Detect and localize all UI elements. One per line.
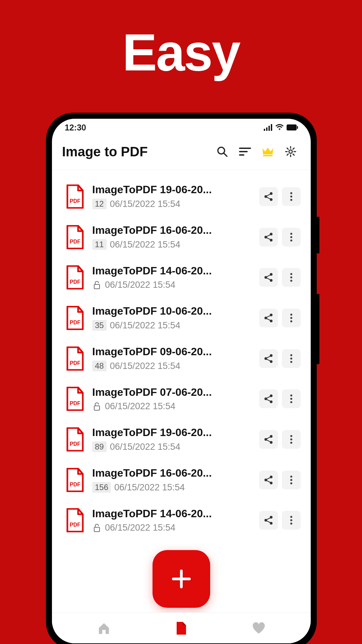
file-row[interactable]: PDF ImageToPDF 16-06-20... 11 06/15/2022… bbox=[52, 217, 311, 257]
status-icons bbox=[264, 124, 298, 131]
app-title: Image to PDF bbox=[62, 144, 209, 159]
svg-point-86 bbox=[290, 482, 292, 484]
share-button[interactable] bbox=[259, 309, 278, 327]
more-button[interactable] bbox=[282, 389, 301, 408]
more-button[interactable] bbox=[282, 228, 301, 247]
svg-point-40 bbox=[290, 280, 292, 282]
file-row[interactable]: PDF ImageToPDF 14-06-20... 06/15/2022 15… bbox=[52, 500, 311, 540]
svg-line-26 bbox=[267, 235, 270, 236]
file-date: 06/15/2022 15:54 bbox=[110, 239, 180, 250]
file-info: ImageToPDF 07-06-20... 06/15/2022 15:54 bbox=[92, 386, 252, 412]
svg-line-18 bbox=[267, 197, 270, 199]
svg-point-76 bbox=[290, 438, 292, 440]
file-row[interactable]: PDF ImageToPDF 19-06-20... 89 06/15/2022… bbox=[52, 419, 311, 460]
svg-line-7 bbox=[224, 153, 227, 156]
file-row[interactable]: PDF ImageToPDF 14-06-20... 06/15/2022 15… bbox=[52, 257, 311, 298]
file-actions bbox=[259, 349, 301, 368]
share-button[interactable] bbox=[259, 389, 278, 408]
svg-point-28 bbox=[290, 233, 292, 235]
more-button[interactable] bbox=[282, 349, 301, 368]
svg-point-84 bbox=[290, 476, 292, 478]
share-button[interactable] bbox=[259, 228, 278, 247]
svg-rect-1 bbox=[266, 127, 267, 131]
file-page-count: 12 bbox=[92, 199, 107, 209]
share-button[interactable] bbox=[259, 430, 278, 449]
svg-line-64 bbox=[267, 396, 270, 398]
plus-icon bbox=[168, 566, 195, 592]
nav-home[interactable] bbox=[94, 618, 114, 638]
file-actions bbox=[259, 187, 301, 206]
file-name: ImageToPDF 16-06-20... bbox=[92, 467, 252, 479]
sort-icon bbox=[239, 147, 251, 156]
phone-frame: 12:30 Image to PDF PDF I bbox=[46, 113, 317, 644]
share-button[interactable] bbox=[259, 511, 278, 530]
file-date: 06/15/2022 15:54 bbox=[114, 482, 185, 493]
pdf-file-icon: PDF bbox=[65, 346, 85, 371]
svg-line-54 bbox=[267, 356, 270, 358]
svg-line-46 bbox=[267, 319, 270, 320]
file-page-count: 156 bbox=[92, 482, 111, 493]
svg-line-55 bbox=[267, 359, 270, 361]
svg-line-45 bbox=[267, 316, 270, 317]
file-row[interactable]: PDF ImageToPDF 07-06-20... 06/15/2022 15… bbox=[52, 379, 311, 419]
file-row[interactable]: PDF ImageToPDF 19-06-20... 12 06/15/2022… bbox=[52, 176, 311, 217]
more-button[interactable] bbox=[282, 471, 301, 489]
file-name: ImageToPDF 14-06-20... bbox=[92, 265, 252, 277]
share-button[interactable] bbox=[259, 268, 278, 287]
pdf-file-icon: PDF bbox=[65, 468, 85, 492]
svg-line-92 bbox=[267, 518, 270, 520]
file-info: ImageToPDF 16-06-20... 11 06/15/2022 15:… bbox=[92, 224, 252, 250]
settings-button[interactable] bbox=[281, 142, 301, 162]
file-meta: 156 06/15/2022 15:54 bbox=[92, 482, 252, 493]
sort-button[interactable] bbox=[235, 142, 255, 162]
share-button[interactable] bbox=[259, 187, 278, 206]
file-info: ImageToPDF 19-06-20... 12 06/15/2022 15:… bbox=[92, 183, 252, 209]
share-button[interactable] bbox=[259, 471, 278, 489]
file-row[interactable]: PDF ImageToPDF 16-06-20... 156 06/15/202… bbox=[52, 460, 311, 500]
svg-point-75 bbox=[290, 435, 292, 437]
svg-point-96 bbox=[290, 523, 292, 525]
svg-point-38 bbox=[290, 273, 292, 275]
file-meta: 11 06/15/2022 15:54 bbox=[92, 239, 252, 250]
pdf-file-icon: PDF bbox=[65, 508, 85, 532]
svg-text:PDF: PDF bbox=[70, 198, 80, 204]
more-button[interactable] bbox=[282, 187, 301, 206]
file-date: 06/15/2022 15:54 bbox=[105, 280, 175, 290]
search-button[interactable] bbox=[212, 142, 232, 162]
file-info: ImageToPDF 09-06-20... 48 06/15/2022 15:… bbox=[92, 345, 252, 371]
pdf-file-icon: PDF bbox=[65, 265, 85, 289]
more-button[interactable] bbox=[282, 511, 301, 530]
svg-point-49 bbox=[290, 320, 292, 322]
heart-icon bbox=[251, 622, 266, 635]
svg-line-82 bbox=[267, 478, 270, 479]
svg-rect-2 bbox=[268, 126, 270, 131]
file-info: ImageToPDF 16-06-20... 156 06/15/2022 15… bbox=[92, 467, 252, 493]
svg-text:PDF: PDF bbox=[70, 400, 80, 406]
file-date: 06/15/2022 15:54 bbox=[105, 401, 175, 412]
more-button[interactable] bbox=[282, 430, 301, 449]
file-row[interactable]: PDF ImageToPDF 09-06-20... 48 06/15/2022… bbox=[52, 338, 311, 379]
svg-line-17 bbox=[267, 194, 270, 196]
svg-point-19 bbox=[290, 192, 292, 194]
svg-point-29 bbox=[290, 236, 292, 238]
file-meta: 06/15/2022 15:54 bbox=[92, 401, 252, 412]
file-row[interactable]: PDF ImageToPDF 10-06-20... 35 06/15/2022… bbox=[52, 298, 311, 338]
more-button[interactable] bbox=[282, 268, 301, 287]
premium-button[interactable] bbox=[258, 142, 278, 162]
file-meta: 89 06/15/2022 15:54 bbox=[92, 441, 252, 452]
file-date: 06/15/2022 15:54 bbox=[110, 361, 180, 371]
svg-line-27 bbox=[267, 238, 270, 239]
file-meta: 12 06/15/2022 15:54 bbox=[92, 199, 252, 209]
share-button[interactable] bbox=[259, 349, 278, 368]
file-name: ImageToPDF 09-06-20... bbox=[92, 345, 252, 358]
svg-rect-0 bbox=[264, 129, 265, 131]
svg-text:PDF: PDF bbox=[70, 360, 80, 366]
svg-point-68 bbox=[290, 401, 292, 403]
nav-favorites[interactable] bbox=[249, 618, 269, 638]
add-button[interactable] bbox=[153, 550, 210, 608]
svg-point-48 bbox=[290, 317, 292, 319]
more-button[interactable] bbox=[282, 309, 301, 327]
svg-text:PDF: PDF bbox=[70, 279, 80, 285]
svg-rect-5 bbox=[297, 126, 298, 129]
nav-files[interactable] bbox=[171, 618, 191, 638]
